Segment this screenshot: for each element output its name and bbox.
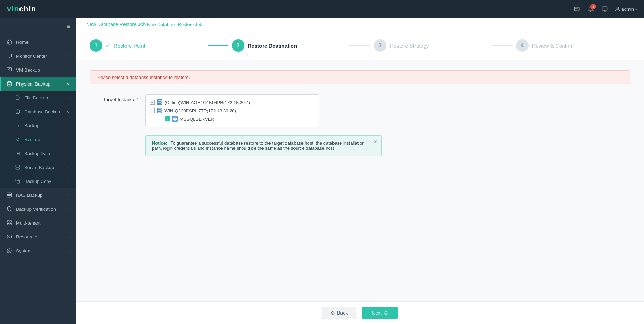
steps-wizard: 1 ✓ Restore Point 2 Restore Destination — [76, 31, 644, 60]
sidebar: ≡ Home Monitor Center ‹ VM Backup ‹ — [0, 18, 76, 324]
svg-rect-22 — [7, 195, 11, 197]
svg-rect-23 — [7, 221, 9, 222]
form-row-target-instance: Target Instance * − (Offline)WIN-AOR1O1K… — [90, 94, 630, 127]
step2-circle: 2 — [232, 39, 244, 52]
server-icon-2 — [157, 108, 162, 113]
step1-circle: 1 — [90, 39, 102, 52]
tree-node-online-label: WIN-Q220ESRH7TP(172.18.30.20) — [164, 108, 236, 113]
svg-rect-1 — [602, 7, 607, 10]
sidebar-item-vm-backup[interactable]: VM Backup ‹ — [0, 63, 76, 77]
sidebar-item-backup-data[interactable]: Backup Data — [0, 146, 76, 160]
svg-rect-26 — [10, 223, 11, 225]
required-mark: * — [137, 97, 138, 102]
error-alert: Please select a database instance to res… — [90, 70, 630, 84]
bottom-bar: ⊙ Back Next ⊕ — [76, 301, 644, 324]
tree-node-offline-label: (Offline)WIN-AOR1O1K04PB(172.18.20.4) — [164, 100, 250, 105]
sidebar-item-file-backup[interactable]: File Backup ‹ — [0, 91, 76, 105]
notice-text: To guarantee a successful database resto… — [152, 140, 364, 151]
user-arrow-icon: ▾ — [635, 7, 637, 11]
main-content: New Database Restore Job New Database Re… — [76, 18, 644, 324]
page-header-title-text: New Database Restore Job — [147, 22, 202, 27]
svg-point-4 — [617, 7, 618, 9]
user-menu[interactable]: admin ▾ — [615, 6, 637, 12]
tree-node-offline-server[interactable]: − (Offline)WIN-AOR1O1K04PB(172.18.20.4) — [150, 98, 315, 106]
notice-close-button[interactable]: ✕ — [373, 139, 377, 145]
sidebar-item-backup-copy[interactable]: Backup Copy ‹ — [0, 174, 76, 188]
sidebar-label-backup-data: Backup Data — [24, 151, 50, 156]
server-icon-1 — [157, 99, 162, 105]
step3-circle: 3 — [374, 39, 386, 52]
tree-node-mssqlserver[interactable]: MSSQLSERVER — [158, 115, 315, 123]
step-review-confirm: 4 Review & Confirm — [516, 39, 630, 52]
sidebar-label-home: Home — [16, 40, 29, 45]
sidebar-label-database-backup: Database Backup — [24, 109, 60, 114]
svg-point-10 — [7, 81, 11, 83]
step3-label: Restore Strategy — [390, 43, 429, 49]
sidebar-label-monitor-center: Monitor Center — [16, 54, 47, 59]
svg-rect-32 — [158, 111, 161, 112]
sidebar-item-backup-verification[interactable]: Backup Verification ‹ — [0, 202, 76, 216]
sidebar-label-system: System — [16, 248, 32, 253]
vm-arrow-icon: ‹ — [68, 68, 70, 72]
multi-tenant-icon — [6, 220, 13, 226]
backup-data-icon — [15, 150, 21, 156]
step-divider-3 — [492, 45, 513, 46]
step4-circle: 4 — [516, 39, 529, 52]
sidebar-item-restore[interactable]: ↺ Restore — [0, 132, 76, 146]
sidebar-item-server-backup[interactable]: Server Backup ‹ — [0, 160, 76, 174]
monitor-icon[interactable] — [601, 5, 609, 13]
mssqlserver-checkbox[interactable] — [165, 116, 170, 121]
tree-node-online-server[interactable]: − WIN-Q220ESRH7TP(172.18.30.20) — [150, 106, 315, 115]
notifications-icon[interactable]: 3 — [587, 5, 595, 13]
sidebar-label-backup-verification: Backup Verification — [16, 206, 56, 212]
svg-rect-16 — [16, 165, 20, 167]
sidebar-item-system[interactable]: System ‹ — [0, 244, 76, 258]
expand-icon-1[interactable]: − — [150, 100, 155, 105]
logo-chin: chin — [19, 5, 36, 13]
sidebar-item-home[interactable]: Home — [0, 35, 76, 49]
svg-rect-8 — [7, 68, 11, 71]
svg-rect-29 — [158, 100, 161, 102]
db-icon — [172, 116, 178, 122]
monitor-arrow-icon: ‹ — [68, 54, 70, 58]
step-divider-2 — [349, 45, 370, 46]
next-button[interactable]: Next ⊕ — [362, 307, 398, 319]
topnav-right: 3 admin ▾ — [573, 5, 637, 13]
step1-check-icon: ✓ — [106, 43, 110, 48]
svg-rect-31 — [158, 109, 161, 110]
expand-icon-2[interactable]: − — [150, 108, 155, 113]
page-header-title: New Database Restore Job — [86, 22, 146, 27]
backup-verification-icon — [6, 206, 13, 212]
resources-icon — [6, 234, 13, 240]
sidebar-hamburger[interactable]: ≡ — [0, 18, 76, 35]
database-backup-icon — [15, 108, 21, 115]
mssqlserver-label: MSSQLSERVER — [180, 116, 214, 122]
back-icon: ⊙ — [331, 310, 335, 316]
messages-icon[interactable] — [573, 5, 581, 13]
sidebar-item-backup[interactable]: ○ Backup — [0, 119, 76, 132]
back-button[interactable]: ⊙ Back — [322, 307, 356, 319]
sidebar-item-nas-backup[interactable]: NAS Backup ‹ — [0, 188, 76, 202]
sidebar-item-resources[interactable]: Resources ‹ — [0, 230, 76, 244]
user-label-text: admin — [622, 7, 634, 12]
sidebar-label-server-backup: Server Backup — [24, 165, 54, 170]
sidebar-item-monitor-center[interactable]: Monitor Center ‹ — [0, 49, 76, 63]
notice-label: Notice: — [152, 140, 167, 146]
svg-point-33 — [174, 118, 177, 119]
copy-arrow-icon: ‹ — [68, 179, 70, 183]
notice-box: Notice: To guarantee a successful databa… — [145, 135, 382, 156]
physical-backup-icon — [6, 81, 13, 87]
app-logo: vinchin — [7, 5, 36, 14]
sidebar-item-multi-tenant[interactable]: Multi-tenant ‹ — [0, 216, 76, 230]
sidebar-item-database-backup[interactable]: Database Backup ∨ — [0, 105, 76, 119]
vm-backup-icon — [6, 67, 13, 73]
physical-arrow-icon: ∨ — [67, 82, 70, 86]
sidebar-item-physical-backup[interactable]: Physical Backup ∨ — [0, 77, 76, 91]
resources-arrow-icon: ‹ — [68, 235, 70, 239]
instance-tree: − (Offline)WIN-AOR1O1K04PB(172.18.20.4) … — [145, 94, 319, 127]
topnav: vinchin 3 admin ▾ — [0, 0, 644, 18]
next-label: Next — [372, 310, 382, 316]
step2-label: Restore Destination — [248, 43, 297, 49]
nas-arrow-icon: ‹ — [68, 193, 70, 197]
notif-badge: 3 — [590, 4, 596, 9]
